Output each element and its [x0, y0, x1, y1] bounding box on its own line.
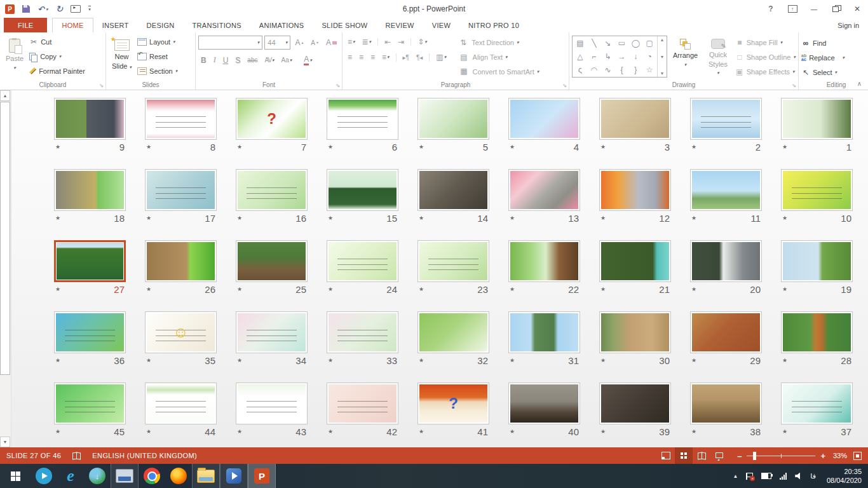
tab-file[interactable]: FILE: [4, 18, 47, 32]
slide-thumbnail-20[interactable]: [690, 240, 762, 282]
speaker-icon[interactable]: [795, 473, 802, 480]
find-button[interactable]: Find: [801, 36, 868, 50]
tab-transitions[interactable]: TRANSITIONS: [184, 18, 250, 32]
slide-thumbnail-39[interactable]: [599, 383, 671, 424]
taskbar-telegram[interactable]: [31, 464, 57, 488]
slide-thumbnail-25[interactable]: [236, 240, 308, 282]
slide-thumbnail-27[interactable]: [54, 240, 126, 282]
slide-thumbnail-30[interactable]: [599, 311, 671, 353]
tab-slide-show[interactable]: SLIDE SHOW: [313, 18, 376, 32]
line-spacing-button[interactable]: [415, 37, 430, 47]
italic-button[interactable]: [211, 54, 219, 66]
slideshow-view-button[interactable]: [710, 447, 728, 464]
slide-thumbnail-10[interactable]: [781, 169, 853, 211]
paste-button[interactable]: Paste: [3, 34, 27, 79]
tab-insert[interactable]: INSERT: [93, 18, 138, 32]
tab-design[interactable]: DESIGN: [138, 18, 184, 32]
elbow-connector-shape-icon[interactable]: ⌐: [592, 53, 596, 60]
fit-slide-to-window-button[interactable]: [853, 452, 862, 460]
font-dialog-launcher[interactable]: [336, 83, 340, 88]
slide-thumbnail-32[interactable]: [417, 311, 489, 353]
tab-review[interactable]: REVIEW: [377, 18, 423, 32]
drawing-dialog-launcher[interactable]: [792, 83, 796, 88]
slide-thumbnail-34[interactable]: [236, 311, 308, 353]
customize-quick-access-icon[interactable]: [88, 6, 91, 12]
taskbar-clock[interactable]: 20:35 08/04/2020: [824, 467, 862, 485]
reading-view-button[interactable]: [693, 447, 710, 464]
slide-thumbnail-23[interactable]: [417, 240, 489, 282]
slide-thumbnail-5[interactable]: [417, 98, 489, 140]
slide-thumbnail-16[interactable]: [236, 169, 308, 211]
zoom-out-button[interactable]: –: [737, 451, 742, 461]
clear-formatting-button[interactable]: [323, 37, 339, 48]
slide-thumbnail-18[interactable]: [54, 169, 126, 211]
slide-thumbnail-13[interactable]: [508, 169, 580, 211]
close-button[interactable]: [846, 0, 868, 18]
line-shape-icon[interactable]: ╲: [592, 39, 596, 47]
slide-thumbnail-36[interactable]: [54, 311, 126, 353]
slide-thumbnail-33[interactable]: [327, 311, 398, 353]
slide-thumbnail-15[interactable]: [327, 169, 398, 211]
shape-fill-button[interactable]: Shape Fill: [735, 36, 796, 50]
triangle-shape-icon[interactable]: △: [577, 53, 583, 60]
align-center-button[interactable]: [356, 52, 366, 62]
left-brace-shape-icon[interactable]: {: [620, 66, 623, 74]
slide-thumbnail-26[interactable]: [145, 240, 217, 282]
proofing-book-icon[interactable]: [72, 452, 81, 459]
scrollbar-thumb[interactable]: [0, 102, 10, 375]
shapes-scroll-up-icon[interactable]: ▲: [660, 37, 665, 42]
taskbar-firefox[interactable]: [165, 464, 192, 488]
align-right-button[interactable]: [368, 52, 377, 62]
arc-shape-icon[interactable]: ◠: [591, 66, 597, 74]
slide-thumbnail-29[interactable]: [690, 311, 762, 353]
slide-thumbnail-37[interactable]: [781, 383, 853, 424]
scroll-down-button[interactable]: [0, 437, 10, 447]
slide-thumbnail-24[interactable]: [327, 240, 398, 282]
slide-thumbnail-45[interactable]: [54, 383, 126, 424]
numbering-button[interactable]: [360, 37, 374, 47]
align-left-button[interactable]: [345, 52, 355, 62]
slide-thumbnail-19[interactable]: [781, 240, 853, 282]
increase-indent-button[interactable]: [395, 37, 407, 47]
save-icon[interactable]: [22, 5, 30, 13]
zoom-slider[interactable]: [747, 456, 815, 456]
rectangle-shape-icon[interactable]: ▭: [618, 39, 625, 47]
arrow-shape-icon[interactable]: ↘: [605, 39, 611, 47]
quick-styles-button[interactable]: Quick Styles: [703, 34, 733, 79]
slide-thumbnail-31[interactable]: [508, 311, 580, 353]
tab-nitro-pro-10[interactable]: NITRO PRO 10: [459, 18, 528, 32]
tab-view[interactable]: VIEW: [423, 18, 459, 32]
decrease-indent-button[interactable]: [382, 37, 393, 47]
taskbar-media-player[interactable]: [220, 464, 248, 488]
shape-outline-button[interactable]: Shape Outline: [735, 50, 796, 65]
scribble-shape-icon[interactable]: ς: [578, 66, 582, 74]
taskbar-download-manager[interactable]: [84, 464, 111, 488]
slide-thumbnail-44[interactable]: [145, 383, 217, 424]
minimize-button[interactable]: [803, 0, 825, 18]
copy-button[interactable]: Copy: [29, 49, 85, 64]
down-arrow-shape-icon[interactable]: ↓: [634, 53, 637, 60]
font-color-button[interactable]: [301, 53, 315, 67]
zoom-percentage[interactable]: 33%: [833, 452, 847, 459]
slide-thumbnail-42[interactable]: [327, 383, 398, 424]
input-language-indicator[interactable]: فا: [810, 472, 816, 480]
right-to-left-button[interactable]: [414, 53, 425, 62]
left-to-right-button[interactable]: [400, 53, 412, 62]
slide-thumbnail-8[interactable]: [145, 98, 217, 140]
slide-thumbnail-28[interactable]: [781, 311, 853, 353]
font-size-combo[interactable]: 44: [264, 36, 290, 50]
slide-thumbnail-21[interactable]: [599, 240, 671, 282]
shapes-gallery-scrollbar[interactable]: ▲ ▼ ▼: [657, 36, 667, 77]
slide-thumbnail-41[interactable]: ?: [417, 383, 489, 424]
shapes-scroll-down-icon[interactable]: ▼: [660, 55, 665, 59]
redo-button[interactable]: [55, 4, 63, 13]
slide-thumbnail-14[interactable]: [417, 169, 489, 211]
section-button[interactable]: Section: [137, 64, 177, 78]
taskbar-powerpoint[interactable]: [248, 464, 276, 488]
tab-home[interactable]: HOME: [52, 18, 93, 32]
reset-button[interactable]: Reset: [137, 49, 177, 64]
shapes-gallery[interactable]: ▤╲↘▭◯▢△⌐↳→↓◔ς◠∿{}☆ ▲ ▼ ▼: [572, 36, 667, 78]
elbow-arrow-shape-icon[interactable]: ↳: [605, 53, 611, 60]
right-arrow-shape-icon[interactable]: →: [618, 53, 625, 60]
zoom-slider-thumb[interactable]: [753, 452, 756, 460]
